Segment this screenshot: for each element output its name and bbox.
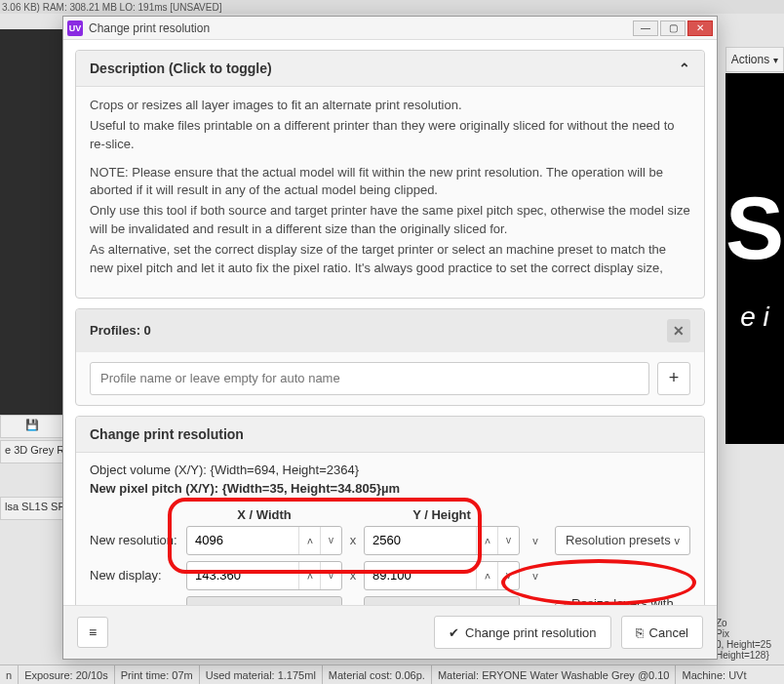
resolution-presets-label: Resolution presets (566, 533, 671, 547)
spin-down-icon[interactable]: v (320, 527, 341, 554)
save-icon[interactable]: 💾 (0, 415, 63, 438)
new-display-x-field[interactable] (187, 562, 298, 589)
close-icon: ✕ (673, 323, 685, 339)
app-status-bar: 3.06 KB) RAM: 308.21 MB LO: 191ms [UNSAV… (0, 0, 784, 14)
profiles-panel: Profiles: 0 ✕ + (75, 308, 705, 406)
description-line: Crops or resizes all layer images to fit… (90, 97, 690, 115)
new-display-row: New display: ʌ v x ʌ v (90, 561, 690, 590)
fix-ratio-x-input (186, 596, 342, 605)
new-resolution-x-input[interactable]: ʌ v (186, 526, 342, 555)
cancel-button-label: Cancel (649, 625, 688, 640)
description-header-label: Description (Click to toggle) (90, 60, 272, 76)
status-item: Used material: 1.175ml (200, 665, 323, 684)
status-item: Exposure: 20/10s (19, 665, 115, 684)
new-display-label: New display: (90, 568, 182, 583)
spin-down-icon[interactable]: v (497, 527, 519, 554)
dialog-footer: ≡ ✔ Change print resolution ⎘ Cancel (63, 605, 717, 659)
new-resolution-row: New resolution: ʌ v x ʌ v (90, 526, 690, 555)
spin-up-icon[interactable]: ʌ (476, 527, 497, 554)
status-item: Print time: 07m (115, 665, 200, 684)
resize-layers-checkbox-row[interactable]: Resize layers with proposed ratio (555, 596, 690, 605)
new-resolution-x-field[interactable] (187, 527, 298, 554)
pixel-pitch-line: New pixel pitch (X/Y): {Width=35, Height… (90, 481, 690, 496)
right-status-fragments: Zo Pix 0, Height=25 Height=128} (716, 618, 784, 661)
description-line: Useful to make files printable on a diff… (90, 117, 690, 154)
profiles-header-label: Profiles: 0 (90, 323, 151, 338)
description-line: As alternative, set the correct display … (90, 241, 690, 278)
cpr-header-label: Change print resolution (90, 426, 244, 442)
confirm-button[interactable]: ✔ Change print resolution (434, 616, 610, 649)
fix-ratio-y-field (365, 597, 519, 605)
left-side-buttons: 💾 e 3D Grey R lsa SL1S SP (0, 415, 63, 522)
preview-glyph-small: e i (740, 302, 769, 333)
cpr-panel: Change print resolution Object volume (X… (75, 416, 705, 605)
spin-up-icon[interactable]: ʌ (476, 562, 497, 589)
dialog-titlebar[interactable]: UV Change print resolution — ▢ ✕ (63, 17, 717, 40)
minimize-icon: — (641, 22, 650, 33)
status-item: Machine: UVt (676, 665, 752, 684)
actions-dropdown[interactable]: Actions ▾ (725, 47, 784, 72)
close-icon: ✕ (696, 22, 704, 33)
description-line: Only use this tool if both source and ta… (90, 202, 690, 239)
actions-label: Actions (731, 53, 769, 66)
check-icon: ✔ (449, 625, 459, 640)
new-display-x-input[interactable]: ʌ v (186, 561, 342, 590)
status-item: Material: ERYONE Water Washable Grey @0.… (432, 665, 677, 684)
exit-icon: ⎘ (636, 625, 644, 640)
spin-down-icon[interactable]: v (320, 562, 341, 589)
spin-down-icon[interactable]: v (497, 562, 519, 589)
change-print-resolution-dialog: UV Change print resolution — ▢ ✕ Descrip… (62, 16, 718, 660)
chevron-down-icon[interactable]: v (524, 526, 547, 555)
menu-icon: ≡ (89, 624, 97, 640)
profiles-header: Profiles: 0 ✕ (76, 309, 704, 352)
new-resolution-y-input[interactable]: ʌ v (364, 526, 520, 555)
new-display-y-input[interactable]: ʌ v (364, 561, 520, 590)
profile-add-button[interactable]: + (657, 362, 690, 395)
preview-panel: S e i (725, 73, 784, 444)
spin-up-icon[interactable]: ʌ (298, 562, 320, 589)
window-close-button[interactable]: ✕ (687, 20, 713, 36)
spin-up-icon[interactable]: ʌ (298, 527, 320, 554)
window-minimize-button[interactable]: — (633, 20, 658, 36)
profile-name-input[interactable] (90, 362, 649, 395)
description-body: Crops or resizes all layer images to fit… (76, 87, 704, 298)
description-header[interactable]: Description (Click to toggle) ⌃ (76, 51, 704, 87)
x-separator: x (346, 533, 360, 547)
viewport-3d[interactable] (0, 29, 63, 420)
fix-pixel-ratio-row: Fix pixel ratio: x Resize layers with pr… (90, 596, 690, 605)
preview-glyph-big: S (725, 184, 784, 272)
chevron-down-icon: ▾ (773, 55, 778, 65)
chevron-up-icon: ⌃ (679, 60, 690, 76)
app-icon: UV (67, 20, 83, 36)
left-btn-1[interactable]: lsa SL1S SP (0, 497, 63, 520)
resolution-presets-select[interactable]: Resolution presets v (555, 526, 690, 555)
col-header-xw: X / Width (186, 507, 342, 522)
x-separator: x (346, 568, 360, 583)
left-btn-0[interactable]: e 3D Grey R (0, 440, 63, 463)
chevron-down-icon[interactable]: v (524, 561, 547, 590)
col-header-yh: Y / Height (364, 507, 520, 522)
cpr-header: Change print resolution (76, 417, 704, 453)
dialog-title: Change print resolution (89, 21, 210, 35)
bottom-status-bar: n Exposure: 20/10s Print time: 07m Used … (0, 664, 784, 684)
new-resolution-y-field[interactable] (365, 527, 476, 554)
cancel-button[interactable]: ⎘ Cancel (621, 616, 703, 649)
profiles-close-button[interactable]: ✕ (667, 319, 690, 342)
confirm-button-label: Change print resolution (465, 625, 596, 640)
footer-menu-button[interactable]: ≡ (77, 617, 108, 648)
description-line: NOTE: Please ensure that the actual mode… (90, 164, 690, 201)
plus-icon: + (669, 368, 680, 388)
new-display-y-field[interactable] (365, 562, 476, 589)
fix-ratio-y-input (364, 596, 520, 605)
status-item: n (0, 665, 19, 684)
window-maximize-button[interactable]: ▢ (660, 20, 686, 36)
app-status-text: 3.06 KB) RAM: 308.21 MB LO: 191ms [UNSAV… (2, 2, 221, 13)
resize-layers-label: Resize layers with proposed ratio (571, 596, 690, 605)
description-panel: Description (Click to toggle) ⌃ Crops or… (75, 50, 705, 299)
object-volume-line: Object volume (X/Y): {Width=694, Height=… (90, 463, 690, 477)
status-item: Material cost: 0.06p. (323, 665, 432, 684)
chevron-down-icon: v (675, 535, 681, 546)
fix-ratio-x-field (187, 597, 341, 605)
maximize-icon: ▢ (669, 22, 678, 33)
new-resolution-label: New resolution: (90, 533, 182, 547)
